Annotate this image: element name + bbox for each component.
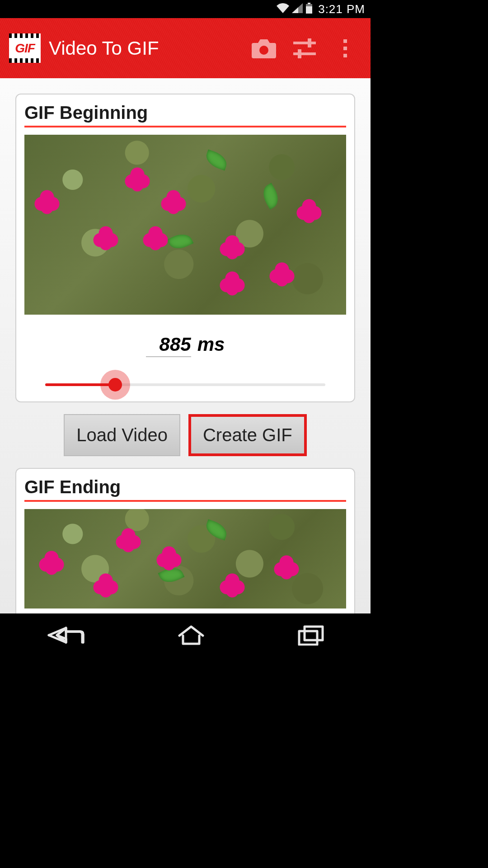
- preview-image: [273, 554, 300, 581]
- create-gif-button[interactable]: Create GIF: [188, 414, 307, 456]
- android-nav-bar: [0, 613, 371, 658]
- status-bar: 3:21 PM: [0, 0, 371, 18]
- section-divider: [24, 126, 346, 127]
- slider-thumb[interactable]: [108, 378, 122, 392]
- svg-rect-7: [298, 49, 301, 58]
- app-logo: GIF: [9, 33, 41, 63]
- preview-image: [268, 261, 296, 288]
- svg-rect-10: [343, 54, 347, 57]
- preview-image: [219, 234, 246, 261]
- gif-ending-title: GIF Ending: [24, 477, 346, 497]
- ending-frame-preview[interactable]: [24, 509, 346, 609]
- app-title: Video To GIF: [49, 38, 239, 59]
- back-button[interactable]: [46, 625, 85, 647]
- overflow-menu-icon[interactable]: [329, 32, 361, 65]
- preview-image: [142, 225, 169, 252]
- preview-image: [160, 189, 187, 216]
- preview-image: [92, 225, 119, 252]
- preview-image: [33, 189, 61, 216]
- preview-image: [124, 166, 151, 193]
- time-unit: ms: [197, 334, 225, 355]
- time-slider[interactable]: [45, 383, 325, 386]
- battery-icon: [305, 3, 313, 15]
- svg-rect-8: [343, 39, 347, 43]
- preview-image: [38, 550, 65, 577]
- preview-image: [296, 198, 323, 225]
- section-divider: [24, 500, 346, 502]
- svg-rect-0: [308, 3, 310, 4]
- wifi-icon: [277, 3, 289, 15]
- gif-beginning-card: GIF Beginning 885 ms: [15, 94, 355, 402]
- preview-image: [92, 572, 119, 599]
- svg-rect-12: [299, 631, 317, 645]
- svg-rect-6: [308, 38, 311, 47]
- preview-image: [219, 270, 246, 297]
- svg-rect-2: [306, 6, 312, 14]
- preview-image: [115, 527, 142, 554]
- svg-point-3: [259, 46, 268, 55]
- load-video-button[interactable]: Load Video: [64, 414, 180, 456]
- beginning-frame-preview[interactable]: [24, 135, 346, 315]
- time-slider-container: [24, 373, 346, 391]
- app-logo-text: GIF: [15, 41, 35, 56]
- preview-image: [155, 545, 183, 572]
- svg-rect-11: [305, 627, 323, 640]
- gif-ending-card: GIF Ending: [15, 468, 355, 613]
- app-title-bar: GIF Video To GIF: [0, 18, 371, 78]
- status-time: 3:21 PM: [318, 2, 365, 16]
- settings-sliders-icon[interactable]: [288, 32, 321, 65]
- time-value[interactable]: 885: [146, 334, 191, 357]
- gif-beginning-title: GIF Beginning: [24, 103, 346, 123]
- main-content: GIF Beginning 885 ms: [0, 78, 371, 613]
- camera-icon[interactable]: [248, 32, 280, 65]
- recent-apps-button[interactable]: [297, 625, 324, 647]
- cell-signal-icon: [292, 3, 303, 15]
- svg-rect-9: [343, 47, 347, 50]
- time-display: 885 ms: [24, 334, 346, 357]
- preview-image: [219, 572, 246, 599]
- home-button[interactable]: [178, 625, 205, 647]
- button-row: Load Video Create GIF: [15, 414, 355, 456]
